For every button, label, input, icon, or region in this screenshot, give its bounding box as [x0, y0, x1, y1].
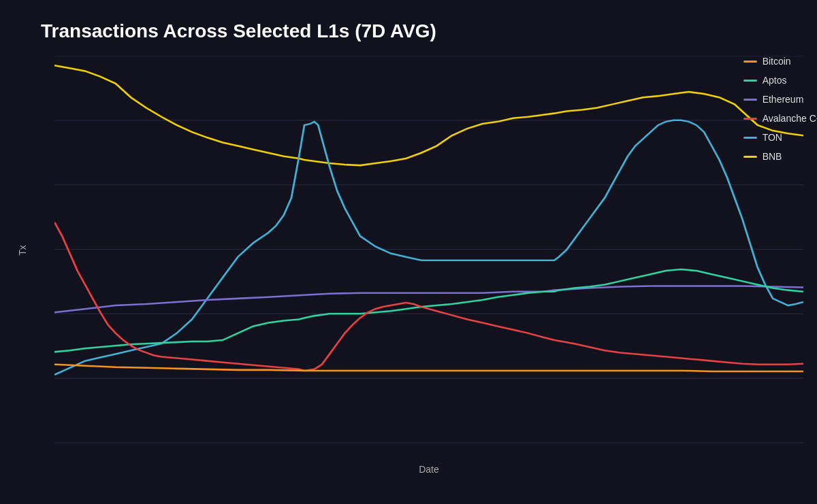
legend-color-bnb: [743, 156, 757, 158]
legend-label-ethereum: Ethereum: [763, 94, 804, 105]
legend-color-avalanche: [743, 118, 757, 120]
chart-legend: Bitcoin Aptos Ethereum Avalanche C-Chain…: [743, 56, 817, 162]
legend-color-ton: [743, 137, 757, 139]
legend-color-aptos: [743, 80, 757, 82]
legend-item-avalanche: Avalanche C-Chain: [743, 113, 817, 124]
legend-item-aptos: Aptos: [743, 75, 817, 86]
x-axis-label: Date: [419, 464, 439, 475]
legend-color-bitcoin: [743, 61, 757, 63]
main-chart: 6,000,000 4,000,000 2,000,000 0 2024-01-…: [54, 56, 803, 444]
bnb-line: [54, 65, 803, 165]
legend-label-ton: TON: [763, 132, 782, 143]
bitcoin-line: [54, 365, 803, 371]
legend-label-bnb: BNB: [763, 151, 782, 162]
chart-title: Transactions Across Selected L1s (7D AVG…: [41, 20, 803, 42]
avalanche-line: [54, 222, 803, 371]
y-axis-label: Tx: [17, 245, 28, 256]
legend-item-bnb: BNB: [743, 151, 817, 162]
ton-line: [54, 120, 803, 375]
legend-item-ton: TON: [743, 132, 817, 143]
chart-container: Transactions Across Selected L1s (7D AVG…: [0, 0, 817, 504]
legend-item-bitcoin: Bitcoin: [743, 56, 817, 67]
legend-label-aptos: Aptos: [763, 75, 787, 86]
legend-item-ethereum: Ethereum: [743, 94, 817, 105]
chart-area: Tx 6,000,000 4,000,000 2,000,000 0 2024-…: [54, 56, 803, 444]
legend-color-ethereum: [743, 99, 757, 101]
legend-label-bitcoin: Bitcoin: [763, 56, 791, 67]
legend-label-avalanche: Avalanche C-Chain: [763, 113, 817, 124]
